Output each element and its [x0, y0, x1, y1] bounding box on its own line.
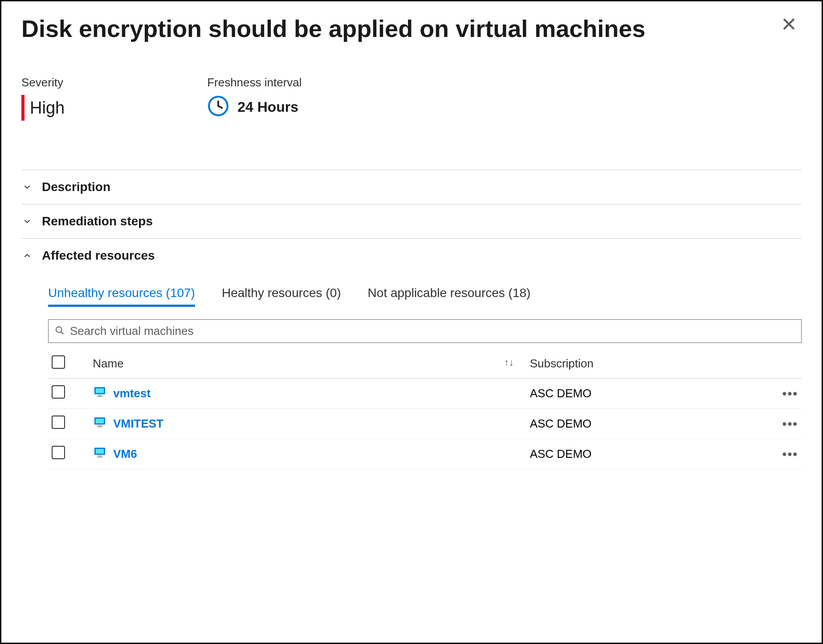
section-remediation-header[interactable]: Remediation steps [21, 204, 802, 238]
table-row[interactable]: VM6 ASC DEMO ••• [48, 439, 802, 469]
svg-rect-11 [98, 425, 102, 427]
table-row[interactable]: VMITEST ASC DEMO ••• [48, 409, 802, 439]
header-subscription[interactable]: Subscription [526, 349, 753, 379]
severity-bar-icon [21, 95, 24, 121]
table-row[interactable]: vmtest ASC DEMO ••• [48, 379, 802, 409]
chevron-up-icon [21, 251, 33, 261]
search-icon [55, 326, 65, 337]
svg-line-4 [61, 331, 64, 334]
svg-rect-10 [96, 419, 104, 424]
svg-rect-15 [98, 456, 102, 457]
affected-resources-body: Unhealthy resources (107) Healthy resour… [21, 273, 802, 469]
vm-icon [93, 415, 107, 432]
sort-icon[interactable]: ↑↓ [504, 357, 514, 368]
search-box[interactable] [48, 319, 802, 343]
tab-healthy[interactable]: Healthy resources (0) [222, 286, 341, 307]
section-description-title: Description [42, 180, 110, 194]
vm-name-link[interactable]: vmtest [113, 387, 151, 400]
row-actions-button[interactable]: ••• [782, 387, 798, 400]
svg-rect-8 [97, 396, 103, 397]
chevron-down-icon [21, 216, 33, 226]
svg-rect-7 [98, 395, 102, 396]
tab-notapplicable[interactable]: Not applicable resources (18) [368, 286, 531, 307]
section-affected-header[interactable]: Affected resources [21, 238, 802, 273]
row-checkbox[interactable] [52, 446, 65, 459]
page-title: Disk encryption should be applied on vir… [21, 15, 645, 42]
svg-rect-14 [96, 449, 104, 454]
section-description-header[interactable]: Description [21, 170, 802, 204]
search-input[interactable] [70, 324, 795, 338]
severity-value: High [30, 98, 65, 118]
subscription-value: ASC DEMO [526, 379, 753, 409]
section-remediation-title: Remediation steps [42, 214, 153, 228]
chevron-down-icon [21, 182, 33, 192]
freshness-block: Freshness interval 24 Hours [207, 76, 301, 121]
vm-name-link[interactable]: VMITEST [113, 417, 163, 431]
row-checkbox[interactable] [52, 385, 65, 399]
row-actions-button[interactable]: ••• [782, 447, 798, 461]
vm-icon [93, 385, 107, 402]
row-actions-button[interactable]: ••• [782, 417, 798, 431]
freshness-label: Freshness interval [207, 76, 301, 90]
severity-label: Severity [21, 76, 65, 90]
clock-icon [207, 95, 229, 119]
tab-unhealthy[interactable]: Unhealthy resources (107) [48, 286, 195, 307]
header-name[interactable]: Name [93, 357, 123, 370]
svg-rect-6 [96, 388, 104, 393]
svg-line-2 [218, 106, 222, 108]
close-button[interactable]: ✕ [776, 15, 802, 34]
vm-name-link[interactable]: VM6 [113, 447, 137, 461]
severity-block: Severity High [21, 76, 65, 121]
vm-icon [93, 445, 107, 463]
subscription-value: ASC DEMO [526, 409, 753, 439]
section-affected-title: Affected resources [42, 249, 155, 263]
svg-point-3 [56, 326, 62, 332]
subscription-value: ASC DEMO [526, 439, 753, 469]
row-checkbox[interactable] [52, 416, 65, 429]
svg-rect-12 [97, 426, 103, 427]
freshness-value: 24 Hours [237, 99, 298, 115]
svg-rect-16 [97, 457, 103, 457]
select-all-checkbox[interactable] [52, 355, 65, 369]
